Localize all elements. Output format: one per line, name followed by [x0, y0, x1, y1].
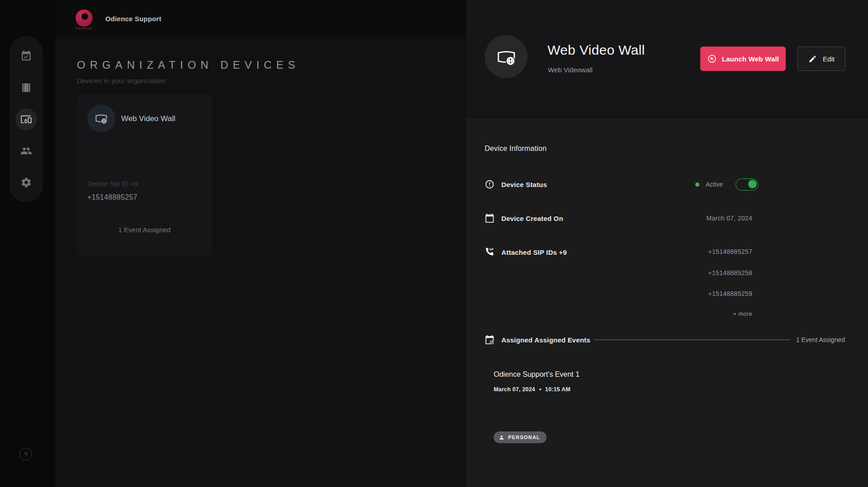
status-dot-icon	[695, 183, 699, 187]
sip-phone-icon	[485, 247, 495, 257]
organization-name: Odience Support	[105, 15, 161, 23]
device-card[interactable]: Web Video Wall Device Sip ID +9 +1514888…	[77, 94, 212, 255]
device-status-toggle[interactable]	[736, 178, 759, 191]
nav-pill	[9, 36, 43, 202]
attached-sip-label: Attached SIP IDs +9	[501, 248, 567, 256]
device-detail-panel: Web Video Wall Web Videowall Launch Web …	[466, 0, 868, 487]
help-button[interactable]: ?	[19, 448, 32, 460]
sip-id-value: +15148885259	[708, 290, 752, 297]
sidebar-item-members[interactable]	[15, 140, 37, 162]
device-status-label: Device Status	[501, 181, 547, 188]
device-card-sip-label: Device Sip ID +9	[87, 180, 138, 187]
sidebar-item-devices[interactable]	[15, 108, 37, 130]
edit-button[interactable]: Edit	[797, 47, 845, 71]
launch-web-wall-button[interactable]: Launch Web Wall	[700, 47, 786, 71]
gear-icon	[20, 177, 32, 188]
detail-header: Web Video Wall Web Videowall Launch Web …	[466, 0, 868, 117]
sidebar-item-media[interactable]	[15, 77, 37, 98]
personal-badge: PERSONAL	[494, 431, 547, 443]
event-time: 10:15 AM	[545, 386, 571, 393]
people-icon	[20, 145, 32, 157]
odience-logo-icon[interactable]: ODIENCE	[75, 9, 93, 30]
edit-button-label: Edit	[823, 55, 835, 63]
question-mark-icon: ?	[24, 450, 28, 458]
pencil-icon	[808, 55, 817, 63]
detail-subtitle: Web Videowall	[548, 66, 593, 74]
logo-wordmark: ODIENCE	[75, 27, 93, 30]
sidebar-item-settings[interactable]	[15, 172, 37, 193]
device-avatar	[87, 104, 115, 132]
sip-id-value: +15148885258	[708, 269, 752, 276]
sip-more-link[interactable]: + more	[733, 310, 752, 317]
page-title: ORGANIZATION DEVICES	[77, 59, 300, 71]
alert-circle-icon	[485, 179, 495, 189]
device-created-value: March 07, 2024	[707, 215, 752, 222]
attached-sip-row: Attached SIP IDs +9	[485, 247, 567, 257]
video-wall-globe-icon	[496, 47, 517, 67]
calendar-icon	[485, 213, 495, 223]
event-meta: March 07, 2024 10:15 AM	[494, 386, 571, 393]
sidebar-item-events[interactable]	[15, 45, 37, 67]
events-count: 1 Event Assigned	[796, 336, 845, 343]
toggle-knob	[748, 180, 757, 188]
assigned-events-label: Assigned Assigned Events	[501, 336, 590, 344]
launch-arrow-icon	[707, 54, 717, 64]
personal-badge-label: PERSONAL	[508, 435, 540, 440]
page-subtitle: Devices in your organization	[77, 77, 300, 84]
sip-id-value: +15148885257	[708, 248, 752, 255]
device-card-name: Web Video Wall	[121, 114, 175, 123]
device-status-row: Device Status	[485, 179, 547, 189]
detail-body: Device Information Device Status Active	[466, 117, 868, 487]
detail-title: Web Video Wall	[547, 42, 645, 58]
left-rail: ?	[0, 0, 55, 487]
calendar-check-icon	[485, 335, 495, 345]
main-header: ODIENCE Odience Support	[55, 0, 466, 37]
logo-circle	[75, 9, 93, 27]
event-title[interactable]: Odience Support's Event 1	[494, 370, 580, 379]
event-date: March 07, 2024	[494, 386, 535, 393]
detail-avatar	[485, 35, 528, 78]
calendar-check-icon	[20, 50, 32, 62]
device-card-events-count: 1 Event Assigned	[77, 226, 212, 234]
page-head: ORGANIZATION DEVICES Devices in your org…	[77, 59, 300, 84]
app-screen: ? ODIENCE Odience Support ORGANIZATION D…	[0, 0, 868, 487]
person-icon	[499, 435, 505, 440]
assigned-events-row: Assigned Assigned Events 1 Event Assigne…	[485, 335, 845, 345]
launch-button-label: Launch Web Wall	[722, 55, 779, 63]
video-wall-globe-icon	[94, 112, 108, 125]
device-created-label: Device Created On	[501, 215, 563, 222]
device-created-row: Device Created On	[485, 213, 563, 223]
film-icon	[20, 82, 32, 94]
main-area: ODIENCE Odience Support ORGANIZATION DEV…	[55, 0, 466, 487]
devices-icon	[20, 113, 32, 125]
device-card-sip-value: +15148885257	[87, 193, 137, 201]
status-value: Active	[706, 181, 723, 188]
status-cluster: Active	[695, 179, 759, 189]
events-divider	[594, 339, 790, 340]
dot-separator-icon	[539, 389, 541, 390]
section-title: Device Information	[485, 145, 547, 153]
